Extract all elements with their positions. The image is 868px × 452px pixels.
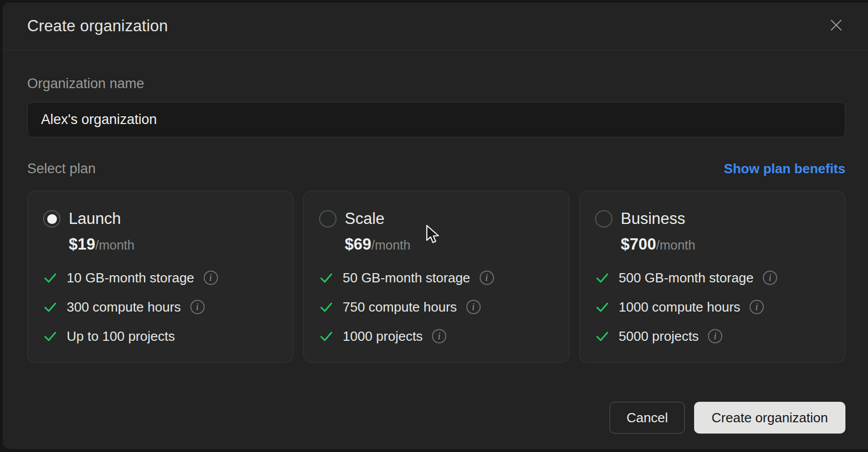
- feature-label: 10 GB-month storage: [67, 270, 194, 286]
- feature-label: 1000 projects: [343, 328, 423, 344]
- info-icon[interactable]: i: [432, 329, 446, 343]
- plan-price-row: $700 /month: [621, 235, 830, 254]
- check-icon: [43, 271, 57, 285]
- info-icon[interactable]: i: [466, 300, 481, 314]
- close-button[interactable]: [827, 17, 845, 35]
- cancel-button[interactable]: Cancel: [609, 402, 685, 434]
- organization-name-label: Organization name: [27, 76, 845, 92]
- info-icon[interactable]: i: [749, 300, 764, 314]
- feature-label: 750 compute hours: [343, 299, 457, 315]
- show-plan-benefits-link[interactable]: Show plan benefits: [724, 161, 845, 177]
- feature-row: 300 compute hours i: [43, 298, 278, 316]
- info-icon[interactable]: i: [190, 300, 205, 314]
- check-icon: [595, 300, 609, 314]
- feature-row: 5000 projects i: [595, 327, 830, 345]
- feature-row: 1000 compute hours i: [595, 298, 830, 316]
- plan-name: Launch: [69, 210, 121, 228]
- create-organization-button[interactable]: Create organization: [694, 402, 845, 434]
- check-icon: [319, 271, 333, 285]
- check-icon: [43, 300, 57, 314]
- radio-scale[interactable]: [319, 210, 337, 228]
- feature-row: 750 compute hours i: [319, 298, 554, 316]
- feature-row: 500 GB-month storage i: [595, 269, 830, 286]
- plan-features: 500 GB-month storage i 1000 compute hour…: [595, 269, 830, 345]
- plan-card-business[interactable]: Business $700 /month 500 GB-month storag…: [579, 191, 845, 363]
- plan-name: Scale: [345, 210, 385, 228]
- plan-card-launch[interactable]: Launch $19 /month 10 GB-month storage i …: [27, 191, 293, 363]
- plan-features: 50 GB-month storage i 750 compute hours …: [319, 269, 554, 345]
- feature-label: 5000 projects: [619, 328, 699, 344]
- plan-price-row: $69 /month: [345, 235, 554, 254]
- feature-row: Up to 100 projects i: [43, 327, 278, 345]
- check-icon: [595, 329, 609, 343]
- close-icon: [828, 17, 844, 35]
- plan-features: 10 GB-month storage i 300 compute hours …: [43, 269, 278, 345]
- feature-label: Up to 100 projects: [67, 328, 175, 344]
- check-icon: [319, 329, 333, 343]
- plan-header: Scale: [319, 210, 554, 228]
- feature-label: 50 GB-month storage: [343, 270, 470, 286]
- dialog-body: Organization name Select plan Show plan …: [3, 50, 868, 402]
- plan-period: /month: [656, 238, 695, 253]
- info-icon[interactable]: i: [204, 271, 218, 285]
- plan-price: $19: [69, 235, 95, 254]
- plan-price: $700: [621, 235, 656, 254]
- info-icon[interactable]: i: [708, 329, 722, 343]
- feature-label: 1000 compute hours: [619, 299, 740, 315]
- radio-launch[interactable]: [43, 210, 61, 228]
- dialog-footer: Cancel Create organization: [3, 402, 868, 449]
- info-icon[interactable]: i: [480, 271, 494, 285]
- plan-price: $69: [345, 235, 371, 254]
- plan-header: Business: [595, 210, 830, 228]
- select-plan-label: Select plan: [27, 161, 96, 177]
- feature-row: 1000 projects i: [319, 327, 554, 345]
- feature-row: 50 GB-month storage i: [319, 269, 554, 286]
- plan-card-scale[interactable]: Scale $69 /month 50 GB-month storage i 7…: [303, 191, 569, 363]
- feature-label: 500 GB-month storage: [619, 270, 754, 286]
- plan-cards: Launch $19 /month 10 GB-month storage i …: [27, 191, 845, 363]
- check-icon: [43, 329, 57, 343]
- plan-header: Launch: [43, 210, 278, 228]
- plan-price-row: $19 /month: [69, 235, 278, 254]
- feature-label: 300 compute hours: [67, 299, 181, 315]
- organization-name-input[interactable]: [27, 102, 845, 137]
- plan-name: Business: [621, 210, 685, 228]
- dialog-header: Create organization: [3, 3, 868, 50]
- plan-period: /month: [95, 238, 134, 253]
- info-icon[interactable]: i: [763, 271, 777, 285]
- check-icon: [595, 271, 609, 285]
- plan-period: /month: [371, 238, 410, 253]
- create-organization-dialog: Create organization Organization name Se…: [3, 3, 868, 449]
- dialog-title: Create organization: [27, 17, 168, 35]
- feature-row: 10 GB-month storage i: [43, 269, 278, 286]
- plan-section-header: Select plan Show plan benefits: [27, 161, 845, 177]
- check-icon: [319, 300, 333, 314]
- radio-dot: [47, 214, 57, 224]
- radio-business[interactable]: [595, 210, 613, 228]
